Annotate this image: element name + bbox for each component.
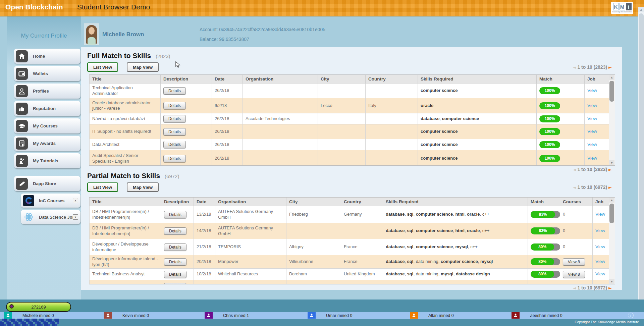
column-header: Organisation — [243, 75, 318, 84]
scroll-up-icon[interactable]: ▲ — [638, 7, 644, 12]
skills-cell: computer science — [418, 84, 537, 98]
details-button[interactable]: Details — [163, 141, 186, 148]
info-icon[interactable]: i — [628, 313, 634, 318]
details-button[interactable]: Details — [163, 115, 186, 122]
scrollbar-thumb[interactable] — [609, 204, 614, 223]
full-map-view-button[interactable]: Map View — [127, 62, 159, 72]
table-row: Technical Application AdministratorDetai… — [90, 84, 609, 98]
details-button[interactable]: Details — [163, 155, 186, 162]
prev-page-icon[interactable]: ◄ — [573, 185, 576, 190]
sidebar-item-my-awards[interactable]: My Awards — [14, 136, 80, 151]
courses-cell: 0 — [560, 223, 593, 239]
organisation-cell: Accolade Technologies — [243, 113, 318, 124]
next-page-icon[interactable]: ► — [608, 285, 612, 290]
job-title-cell — [90, 280, 161, 285]
details-button[interactable]: Details — [164, 227, 186, 235]
details-button[interactable]: Details — [163, 87, 186, 95]
view-job-link[interactable]: View — [587, 103, 597, 108]
match-badge: 83% — [531, 227, 560, 234]
skill-tag: data mining — [416, 259, 438, 264]
next-page-icon[interactable]: ► — [608, 185, 612, 190]
sidebar-item-wallets[interactable]: Wallets — [14, 66, 80, 81]
column-header: Job — [593, 198, 609, 206]
sidebar-item-label: Data Science Jobs — [39, 215, 77, 220]
scroll-down-icon[interactable]: ▼ — [609, 279, 614, 284]
full-list-view-button[interactable]: List View — [87, 62, 118, 72]
city-cell — [318, 150, 366, 166]
next-page-icon[interactable]: ► — [608, 167, 612, 172]
sidebar-item-profiles[interactable]: Profiles — [14, 84, 80, 99]
view-job-link[interactable]: View — [587, 156, 597, 161]
page-scrollbar[interactable]: ▲ ▼ — [638, 7, 644, 326]
view-courses-button[interactable]: View 8 — [563, 271, 585, 278]
view-job-link[interactable]: View — [587, 129, 597, 134]
date-cell: 20/2/18 — [194, 255, 215, 269]
partial-match-table: TitleDescriptionDateOrganisationCityCoun… — [89, 198, 609, 284]
prev-page-icon[interactable]: ◄ — [573, 167, 576, 172]
close-icon[interactable]: x — [73, 198, 78, 203]
match-badge: 100% — [539, 155, 560, 162]
scrollbar-thumb[interactable] — [609, 81, 614, 102]
partial-list-view-button[interactable]: List View — [87, 182, 118, 192]
scroll-up-icon[interactable]: ▲ — [609, 75, 614, 80]
view-job-link[interactable]: View — [587, 88, 597, 93]
view-job-link[interactable]: View — [595, 271, 605, 276]
view-courses-button[interactable]: View 8 — [563, 258, 585, 266]
footer-pattern — [0, 319, 59, 326]
job-cell: View — [593, 269, 609, 280]
details-button[interactable]: Details — [163, 128, 186, 135]
view-job-link[interactable]: View — [587, 116, 597, 121]
country-cell — [366, 139, 418, 150]
sidebar-nav: Home Wallets Profiles Reputation — [14, 49, 81, 226]
sidebar-item-my-tutorials[interactable]: My Tutorials — [14, 153, 80, 168]
prev-page-icon[interactable]: ◄ — [573, 65, 576, 70]
job-cell: View — [585, 124, 609, 139]
skill-tag: sql — [407, 212, 414, 217]
column-header: Country — [341, 198, 383, 206]
miner-label: Kevin mined 0 — [122, 313, 149, 318]
full-table-scrollbar[interactable]: ▲ ▼ — [609, 75, 615, 165]
sidebar-item-reputation[interactable]: Reputation — [14, 101, 80, 116]
view-job-link[interactable]: View — [595, 259, 605, 264]
skill-tag: sql — [407, 228, 414, 233]
sidebar-item-data-science-jobs[interactable]: Data Science Jobs x — [21, 210, 80, 224]
page-scrollbar-thumb[interactable] — [639, 13, 644, 317]
details-button[interactable]: Details — [164, 283, 186, 285]
description-cell: Details — [161, 280, 194, 285]
sidebar-item-dapp-store[interactable]: Dapp Store — [14, 176, 80, 191]
next-page-icon[interactable]: ► — [608, 65, 612, 70]
view-job-link[interactable]: View — [587, 142, 597, 147]
organisation-cell: Investment Technology — [215, 280, 286, 285]
sidebar-item-my-courses[interactable]: My Courses — [14, 118, 80, 133]
partial-table-scrollbar[interactable]: ▲ ▼ — [609, 198, 615, 284]
table-header-row: TitleDescriptionDateOrganisationCityCoun… — [90, 198, 609, 206]
prev-page-icon[interactable]: ◄ — [573, 285, 576, 290]
profile-name: Michelle Brown — [102, 31, 144, 38]
details-button[interactable]: Details — [164, 258, 186, 266]
view-job-link[interactable]: View — [595, 244, 605, 249]
skill-tag: computer science — [421, 142, 458, 147]
scroll-down-icon[interactable]: ▼ — [609, 160, 614, 165]
skills-cell: database, sql, computer science, html, o… — [383, 206, 528, 223]
avatar — [84, 23, 99, 45]
scroll-up-icon[interactable]: ▲ — [609, 198, 614, 203]
view-job-link[interactable]: View — [595, 212, 605, 217]
sidebar-item-home[interactable]: Home — [14, 49, 80, 64]
details-button[interactable]: Details — [164, 211, 186, 218]
match-cell: 100% — [537, 98, 585, 113]
close-icon[interactable]: x — [73, 214, 78, 220]
match-badge: 80% — [531, 243, 560, 251]
table-row: DetailsInvestment Technology — [90, 280, 609, 285]
details-button[interactable]: Details — [164, 271, 186, 278]
skill-tag: oracle — [467, 228, 480, 233]
skill-tag: c++ — [482, 228, 490, 233]
city-cell: Friedberg — [286, 206, 341, 223]
view-job-link[interactable]: View — [595, 228, 605, 233]
swiss-knife-icon — [16, 178, 28, 190]
column-header: Title — [90, 198, 161, 206]
details-button[interactable]: Details — [164, 243, 186, 251]
partial-match-table-container: TitleDescriptionDateOrganisationCityCoun… — [89, 197, 615, 284]
details-button[interactable]: Details — [163, 102, 186, 109]
partial-map-view-button[interactable]: Map View — [127, 182, 159, 192]
sidebar-item-ioc-courses[interactable]: IoC Courses x — [21, 194, 80, 208]
